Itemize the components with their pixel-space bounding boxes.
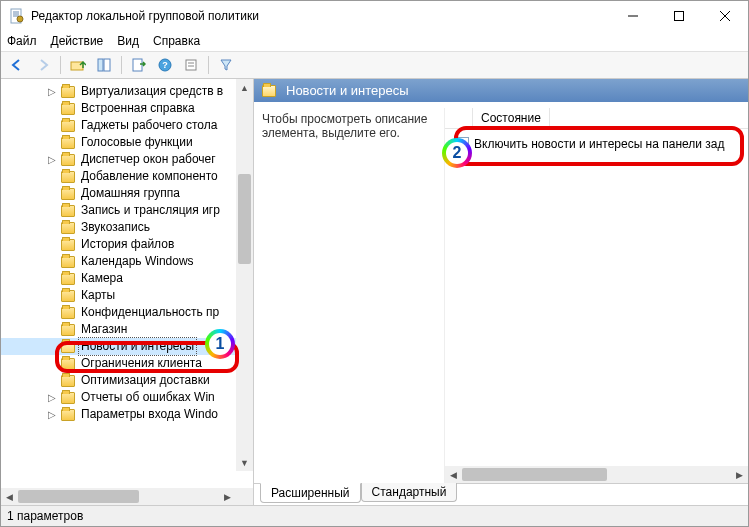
app-icon xyxy=(9,8,25,24)
tree-item-label: Карты xyxy=(79,287,117,304)
tree-item-label: Оптимизация доставки xyxy=(79,372,212,389)
expand-icon[interactable]: ▷ xyxy=(47,83,57,100)
scroll-thumb[interactable] xyxy=(238,174,251,264)
folder-icon xyxy=(61,171,75,183)
tree-item-label: Гаджеты рабочего стола xyxy=(79,117,219,134)
tree-item-label: Параметры входа Windo xyxy=(79,406,220,423)
tree-item-label: Звукозапись xyxy=(79,219,152,236)
scroll-up-button[interactable]: ▲ xyxy=(236,79,253,96)
tree-item-label: Запись и трансляция игр xyxy=(79,202,222,219)
tree-item[interactable]: Голосовые функции xyxy=(1,134,253,151)
tree-item[interactable]: Звукозапись xyxy=(1,219,253,236)
folder-icon xyxy=(61,290,75,302)
titlebar: Редактор локальной групповой политики xyxy=(1,1,748,31)
menu-file[interactable]: Файл xyxy=(7,34,37,48)
show-hide-tree-button[interactable] xyxy=(92,54,116,76)
expand-icon[interactable]: ▷ xyxy=(47,151,57,168)
properties-button[interactable] xyxy=(179,54,203,76)
tree-item[interactable]: ▷Параметры входа Windo xyxy=(1,406,253,423)
tree-item[interactable]: Встроенная справка xyxy=(1,100,253,117)
folder-icon xyxy=(61,154,75,166)
folder-icon xyxy=(61,324,75,336)
scroll-left-button[interactable]: ◀ xyxy=(445,466,462,483)
tab-extended[interactable]: Расширенный xyxy=(260,483,361,503)
tree-item-label: Добавление компоненто xyxy=(79,168,220,185)
scroll-right-button[interactable]: ▶ xyxy=(731,466,748,483)
tree-item-label: Конфиденциальность пр xyxy=(79,304,221,321)
properties-icon xyxy=(184,58,198,72)
settings-list: Состояние Включить новости и интересы на… xyxy=(444,108,748,483)
tree-item[interactable]: Карты xyxy=(1,287,253,304)
tree-item[interactable]: ▷Отчеты об ошибках Win xyxy=(1,389,253,406)
folder-icon xyxy=(61,103,75,115)
minimize-icon xyxy=(628,11,638,21)
forward-arrow-icon xyxy=(36,58,50,72)
tree-item[interactable]: Новости и интересы xyxy=(1,338,253,355)
tree-item-label: Новости и интересы xyxy=(79,338,196,355)
tree-item[interactable]: Камера xyxy=(1,270,253,287)
scroll-left-button[interactable]: ◀ xyxy=(1,488,18,505)
back-arrow-icon xyxy=(10,58,24,72)
tree-pane: ▷Виртуализация средств вВстроенная справ… xyxy=(1,79,254,505)
tree-item[interactable]: Ограничения клиента xyxy=(1,355,253,372)
tree-item[interactable]: Оптимизация доставки xyxy=(1,372,253,389)
close-button[interactable] xyxy=(702,1,748,31)
export-button[interactable] xyxy=(127,54,151,76)
tree-item[interactable]: ▷Виртуализация средств в xyxy=(1,83,253,100)
filter-button[interactable] xyxy=(214,54,238,76)
scroll-right-button[interactable]: ▶ xyxy=(219,488,236,505)
status-text: 1 параметров xyxy=(7,509,83,523)
folder-icon xyxy=(61,256,75,268)
help-button[interactable]: ? xyxy=(153,54,177,76)
svg-rect-11 xyxy=(104,59,110,71)
scroll-thumb-h[interactable] xyxy=(18,490,139,503)
back-button[interactable] xyxy=(5,54,29,76)
toolbar: ? xyxy=(1,51,748,79)
detail-horizontal-scrollbar[interactable]: ◀ ▶ xyxy=(445,466,748,483)
tree-item[interactable]: История файлов xyxy=(1,236,253,253)
detail-header: Новости и интересы xyxy=(254,79,748,102)
tree-item[interactable]: ▷Диспетчер окон рабочег xyxy=(1,151,253,168)
detail-description: Чтобы просмотреть описание элемента, выд… xyxy=(254,108,444,483)
export-list-icon xyxy=(132,58,146,72)
tree-item-label: Домашняя группа xyxy=(79,185,182,202)
minimize-button[interactable] xyxy=(610,1,656,31)
scroll-thumb-h[interactable] xyxy=(462,468,607,481)
tree-item-label: Отчеты об ошибках Win xyxy=(79,389,217,406)
tree-item[interactable]: Магазин xyxy=(1,321,253,338)
tree-item[interactable]: Домашняя группа xyxy=(1,185,253,202)
detail-pane: Новости и интересы Чтобы просмотреть опи… xyxy=(254,79,748,505)
expand-icon[interactable]: ▷ xyxy=(47,406,57,423)
tree-item[interactable]: Запись и трансляция игр xyxy=(1,202,253,219)
setting-name: Включить новости и интересы на панели за… xyxy=(474,137,725,151)
help-icon: ? xyxy=(158,58,172,72)
forward-button[interactable] xyxy=(31,54,55,76)
tree-item-label: Магазин xyxy=(79,321,129,338)
menu-view[interactable]: Вид xyxy=(117,34,139,48)
folder-icon xyxy=(61,137,75,149)
maximize-button[interactable] xyxy=(656,1,702,31)
tree-item-label: Голосовые функции xyxy=(79,134,195,151)
tree-item[interactable]: Добавление компоненто xyxy=(1,168,253,185)
close-icon xyxy=(720,11,730,21)
statusbar: 1 параметров xyxy=(1,505,748,526)
expand-icon[interactable]: ▷ xyxy=(47,389,57,406)
setting-row[interactable]: Включить новости и интересы на панели за… xyxy=(449,135,748,153)
menu-action[interactable]: Действие xyxy=(51,34,104,48)
main-split: ▷Виртуализация средств вВстроенная справ… xyxy=(1,79,748,505)
up-button[interactable] xyxy=(66,54,90,76)
column-state[interactable]: Состояние xyxy=(473,108,550,128)
tab-standard[interactable]: Стандартный xyxy=(361,483,458,502)
window-title: Редактор локальной групповой политики xyxy=(31,9,610,23)
menu-help[interactable]: Справка xyxy=(153,34,200,48)
folder-icon xyxy=(61,86,75,98)
tree-item[interactable]: Календарь Windows xyxy=(1,253,253,270)
tree-item[interactable]: Гаджеты рабочего стола xyxy=(1,117,253,134)
tree-horizontal-scrollbar[interactable]: ◀ ▶ xyxy=(1,488,253,505)
folder-icon xyxy=(61,358,75,370)
vertical-scrollbar[interactable]: ▲ ▼ xyxy=(236,79,253,471)
scroll-down-button[interactable]: ▼ xyxy=(236,454,253,471)
tree-view[interactable]: ▷Виртуализация средств вВстроенная справ… xyxy=(1,79,253,488)
tree-item[interactable]: Конфиденциальность пр xyxy=(1,304,253,321)
up-folder-icon xyxy=(70,58,86,72)
